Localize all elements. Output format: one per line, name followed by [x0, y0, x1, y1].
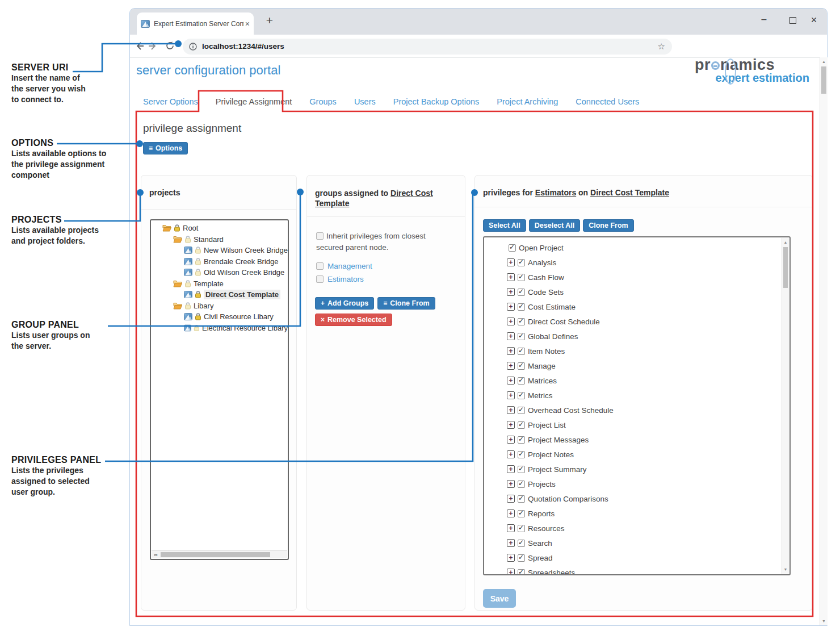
back-icon[interactable] — [135, 41, 145, 51]
deselect-all-button[interactable]: Deselect All — [529, 219, 580, 232]
tree-item-root[interactable]: Root — [151, 223, 288, 234]
reload-icon[interactable] — [165, 41, 175, 51]
tree-item-standard[interactable]: Standard — [151, 234, 288, 245]
add-groups-button[interactable]: +Add Groups — [315, 297, 374, 310]
tab-groups[interactable]: Groups — [309, 97, 337, 106]
group-link[interactable]: Estimators — [535, 188, 576, 197]
scroll-up-icon[interactable]: ▲ — [782, 240, 789, 244]
scrollbar-thumb[interactable] — [161, 552, 270, 557]
privilege-checkbox[interactable] — [518, 274, 525, 281]
scroll-right-icon[interactable]: ► — [152, 553, 159, 557]
clone-from-button[interactable]: ≡Clone From — [377, 297, 435, 310]
tree-item-electrical-resource-libary[interactable]: Electrical Resource Libary — [151, 323, 288, 334]
remove-selected-button[interactable]: ×Remove Selected — [315, 314, 392, 326]
tab-project-archiving[interactable]: Project Archiving — [497, 97, 558, 106]
window-minimize-button[interactable]: – — [757, 14, 771, 24]
bookmark-star-icon[interactable]: ☆ — [658, 39, 665, 55]
clone-from-button[interactable]: Clone From — [583, 219, 633, 232]
tree-item-civil-resource-libary[interactable]: Civil Resource Libary — [151, 311, 288, 323]
expand-icon[interactable]: + — [507, 288, 515, 296]
browser-tab[interactable]: Expert Estimation Server Configu × — [137, 12, 254, 35]
privilege-checkbox[interactable] — [518, 392, 525, 399]
expand-icon[interactable]: + — [507, 347, 515, 355]
privilege-checkbox[interactable] — [518, 510, 525, 517]
forward-icon[interactable] — [148, 41, 158, 51]
expand-icon[interactable]: + — [507, 495, 515, 503]
site-info-icon[interactable] — [189, 43, 197, 51]
tree-item-old-wilson-creek-bridge[interactable]: Old Wilson Creek Bridge — [151, 267, 288, 278]
save-button[interactable]: Save — [483, 589, 516, 608]
privilege-checkbox[interactable] — [518, 289, 525, 296]
expand-icon[interactable]: + — [507, 509, 515, 517]
privilege-checkbox[interactable] — [518, 377, 525, 385]
privileges-scrollbar[interactable]: ▲ ▼ — [782, 238, 789, 574]
expand-icon[interactable]: + — [507, 318, 515, 325]
expand-icon[interactable]: + — [507, 377, 515, 385]
expand-icon[interactable]: + — [507, 524, 515, 532]
tree-horizontal-scrollbar[interactable]: ◄ ► — [152, 550, 287, 558]
group-link[interactable]: Management — [327, 262, 372, 270]
expand-icon[interactable]: + — [507, 303, 515, 311]
privilege-checkbox[interactable] — [518, 554, 525, 562]
tree-item-brendale-creek-bridge[interactable]: Brendale Creek Bridge — [151, 256, 288, 268]
privilege-checkbox[interactable] — [518, 421, 525, 429]
tree-item-new-wilson-creek-bridge[interactable]: New Wilson Creek Bridge — [151, 245, 288, 256]
window-maximize-button[interactable] — [789, 17, 796, 24]
privilege-checkbox[interactable] — [518, 569, 525, 576]
privilege-checkbox[interactable] — [518, 362, 525, 370]
options-button[interactable]: ≡Options — [143, 142, 188, 154]
expand-icon[interactable]: + — [507, 450, 515, 458]
scroll-down-icon[interactable]: ▼ — [820, 619, 828, 623]
privilege-checkbox[interactable] — [518, 318, 525, 325]
expand-icon[interactable]: + — [507, 273, 515, 281]
scroll-up-icon[interactable]: ▲ — [820, 60, 828, 64]
address-bar[interactable]: localhost:1234/#/users ☆ — [183, 39, 672, 55]
tab-privilege-assignment[interactable]: Privilege Assignment — [216, 97, 292, 106]
expand-icon[interactable]: + — [507, 362, 515, 370]
expand-icon[interactable]: + — [507, 436, 515, 444]
privilege-checkbox[interactable] — [518, 259, 525, 266]
tab-connected-users[interactable]: Connected Users — [576, 97, 639, 106]
tab-close-icon[interactable]: × — [245, 19, 250, 28]
expand-icon[interactable]: + — [507, 480, 515, 488]
tab-server-options[interactable]: Server Options — [143, 97, 198, 106]
select-all-button[interactable]: Select All — [483, 219, 526, 232]
expand-icon[interactable]: + — [507, 539, 515, 547]
privilege-checkbox[interactable] — [518, 436, 525, 444]
scrollbar-thumb[interactable] — [821, 66, 826, 94]
tree-item-direct-cost-template[interactable]: Direct Cost Template — [151, 289, 288, 300]
group-link[interactable]: Estimators — [327, 275, 364, 283]
page-scrollbar[interactable]: ▲ ▼ — [820, 57, 828, 625]
expand-icon[interactable]: + — [507, 554, 515, 562]
expand-icon[interactable]: + — [507, 421, 515, 429]
privilege-checkbox[interactable] — [518, 407, 525, 414]
tree-item-libary[interactable]: Libary — [151, 300, 288, 312]
privilege-checkbox[interactable] — [509, 244, 516, 252]
expand-icon[interactable]: + — [507, 569, 515, 575]
scroll-down-icon[interactable]: ▼ — [782, 567, 789, 571]
privilege-checkbox[interactable] — [518, 333, 525, 340]
tree-item-template[interactable]: Template — [151, 278, 288, 290]
privilege-checkbox[interactable] — [518, 525, 525, 532]
privilege-checkbox[interactable] — [518, 481, 525, 488]
expand-icon[interactable]: + — [507, 332, 515, 340]
inherit-checkbox[interactable] — [316, 232, 324, 240]
estimators-checkbox[interactable] — [316, 275, 324, 283]
privilege-checkbox[interactable] — [518, 348, 525, 355]
new-tab-button[interactable]: + — [262, 14, 278, 27]
window-close-button[interactable]: × — [807, 14, 821, 26]
expand-icon[interactable]: + — [507, 465, 515, 473]
tab-users[interactable]: Users — [354, 97, 376, 106]
management-checkbox[interactable] — [316, 262, 324, 270]
privilege-checkbox[interactable] — [518, 451, 525, 458]
privilege-checkbox[interactable] — [518, 495, 525, 503]
expand-icon[interactable]: + — [507, 258, 515, 266]
privilege-checkbox[interactable] — [518, 303, 525, 311]
expand-icon[interactable]: + — [507, 391, 515, 399]
scrollbar-thumb[interactable] — [783, 247, 788, 288]
expand-icon[interactable]: + — [507, 406, 515, 414]
privilege-checkbox[interactable] — [518, 540, 525, 547]
tab-project-backup-options[interactable]: Project Backup Options — [393, 97, 480, 106]
privilege-checkbox[interactable] — [518, 466, 525, 473]
project-link[interactable]: Direct Cost Template — [590, 188, 669, 197]
